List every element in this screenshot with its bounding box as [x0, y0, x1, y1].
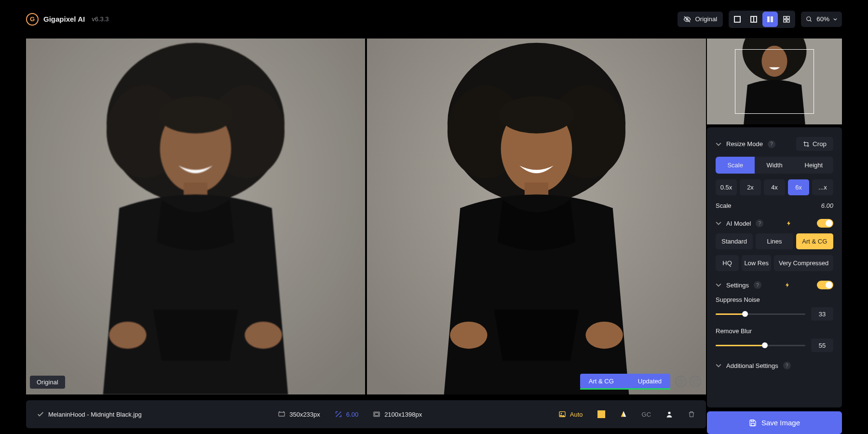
- compare-area[interactable]: Original: [26, 39, 706, 394]
- model-lowres[interactable]: Low Res: [742, 255, 771, 271]
- feedback-buttons: [675, 376, 701, 387]
- bolt-icon: [786, 220, 792, 227]
- dimensions-icon: [278, 410, 285, 418]
- help-icon[interactable]: ?: [768, 140, 775, 148]
- blur-track[interactable]: [716, 345, 805, 346]
- view-grid-button[interactable]: [779, 12, 794, 27]
- model-verycomp[interactable]: Very Compressed: [774, 255, 833, 271]
- rate-bad-button[interactable]: [690, 376, 701, 387]
- svg-point-38: [694, 380, 695, 380]
- navigator-thumbnail[interactable]: [707, 39, 842, 124]
- chevron-down-icon[interactable]: [716, 363, 721, 368]
- help-icon[interactable]: ?: [783, 362, 791, 369]
- view-side-by-side-button[interactable]: [762, 12, 778, 27]
- factor-4x[interactable]: 4x: [764, 179, 785, 195]
- svg-rect-6: [771, 16, 773, 22]
- mode-width-button[interactable]: Width: [755, 157, 794, 174]
- help-icon[interactable]: ?: [756, 219, 763, 227]
- help-icon[interactable]: ?: [754, 281, 761, 289]
- chevron-down-icon[interactable]: [716, 220, 721, 226]
- smile-icon: [678, 378, 684, 385]
- file-status[interactable]: MelaninHood - Midnight Black.jpg: [37, 410, 142, 418]
- noise-value[interactable]: 33: [811, 307, 833, 321]
- ai-models-row2: HQ Low Res Very Compressed: [716, 255, 833, 271]
- mode-scale-button[interactable]: Scale: [716, 157, 755, 174]
- additional-section: Additional Settings ?: [707, 357, 842, 374]
- svg-rect-42: [375, 413, 379, 415]
- model-lines[interactable]: Lines: [756, 233, 793, 249]
- svg-point-31: [450, 322, 487, 349]
- canvas-column: Original: [26, 39, 706, 434]
- filename: MelaninHood - Midnight Black.jpg: [48, 411, 142, 418]
- updated-tag-wrap: Art & CG Updated: [580, 374, 701, 389]
- face-recovery-button[interactable]: [665, 410, 673, 418]
- noise-track[interactable]: [716, 313, 805, 315]
- svg-point-36: [692, 379, 698, 384]
- output-dims: 2100x1398px: [373, 410, 422, 418]
- blur-value[interactable]: 55: [811, 339, 833, 352]
- chevron-down-icon: [833, 17, 837, 21]
- app-brand: G Gigapixel AI v6.3.3: [26, 13, 109, 26]
- zoom-dropdown[interactable]: 60%: [801, 12, 842, 27]
- svg-point-39: [696, 380, 696, 380]
- contrast-icon: [620, 410, 627, 418]
- svg-rect-5: [767, 16, 770, 22]
- auto-button[interactable]: Auto: [558, 410, 583, 418]
- factor-2x[interactable]: 2x: [740, 179, 761, 195]
- svg-point-11: [807, 16, 811, 20]
- factor-6x[interactable]: 6x: [788, 179, 809, 195]
- mode-height-button[interactable]: Height: [794, 157, 833, 174]
- svg-point-44: [560, 413, 562, 414]
- chevron-down-icon[interactable]: [716, 282, 721, 288]
- svg-rect-10: [787, 20, 789, 22]
- side-by-side-icon: [767, 16, 773, 23]
- trash-icon: [688, 410, 695, 418]
- svg-rect-54: [751, 423, 755, 425]
- toggle-original-button[interactable]: Original: [678, 12, 723, 27]
- expand-icon: [335, 410, 342, 418]
- crop-button[interactable]: Crop: [796, 137, 833, 151]
- rate-good-button[interactable]: [675, 376, 687, 387]
- svg-line-12: [810, 20, 812, 21]
- svg-rect-40: [279, 412, 285, 416]
- check-icon: [37, 410, 44, 418]
- square-icon: [734, 16, 741, 23]
- svg-point-32: [585, 322, 623, 349]
- grain-button[interactable]: [597, 410, 605, 418]
- source-dims: 350x233px: [278, 410, 320, 418]
- factor-05x[interactable]: 0.5x: [716, 179, 737, 195]
- view-split-button[interactable]: [746, 12, 761, 27]
- color-button[interactable]: [620, 410, 627, 418]
- meh-icon: [692, 378, 699, 385]
- svg-point-21: [109, 322, 146, 349]
- ai-section: AI Model ? Standard Lines Art & CG HQ Lo…: [707, 214, 842, 276]
- updated-image: [367, 39, 706, 394]
- view-single-button[interactable]: [730, 12, 745, 27]
- settings-auto-toggle[interactable]: [817, 281, 833, 289]
- save-image-button[interactable]: Save Image: [707, 411, 842, 434]
- ai-models-row1: Standard Lines Art & CG: [716, 233, 833, 249]
- factor-custom[interactable]: ...x: [812, 179, 833, 195]
- original-pane[interactable]: Original: [26, 39, 365, 394]
- svg-point-19: [158, 96, 233, 133]
- updated-status-label: Updated: [638, 378, 662, 385]
- scale-status: 6.00: [335, 410, 358, 418]
- resize-mode-seg: Scale Width Height: [716, 157, 833, 174]
- delete-button[interactable]: [688, 410, 695, 418]
- settings-panel: Resize Mode ? Crop Scale Width Height 0.…: [707, 127, 842, 407]
- app-name: Gigapixel AI: [43, 15, 85, 23]
- model-standard[interactable]: Standard: [716, 233, 753, 249]
- svg-rect-2: [734, 16, 740, 22]
- model-hq[interactable]: HQ: [716, 255, 739, 271]
- updated-chip: Art & CG Updated: [580, 374, 670, 389]
- zoom-value: 60%: [816, 15, 829, 23]
- ai-auto-toggle[interactable]: [817, 219, 833, 228]
- chevron-down-icon[interactable]: [716, 141, 721, 147]
- split-vert-icon: [750, 16, 757, 23]
- navigator-viewport[interactable]: [735, 49, 814, 114]
- updated-pane[interactable]: Art & CG Updated: [367, 39, 706, 394]
- workspace: Original: [26, 39, 842, 434]
- model-artcg[interactable]: Art & CG: [796, 233, 833, 249]
- magnifier-icon: [806, 16, 813, 23]
- svg-rect-7: [784, 16, 786, 19]
